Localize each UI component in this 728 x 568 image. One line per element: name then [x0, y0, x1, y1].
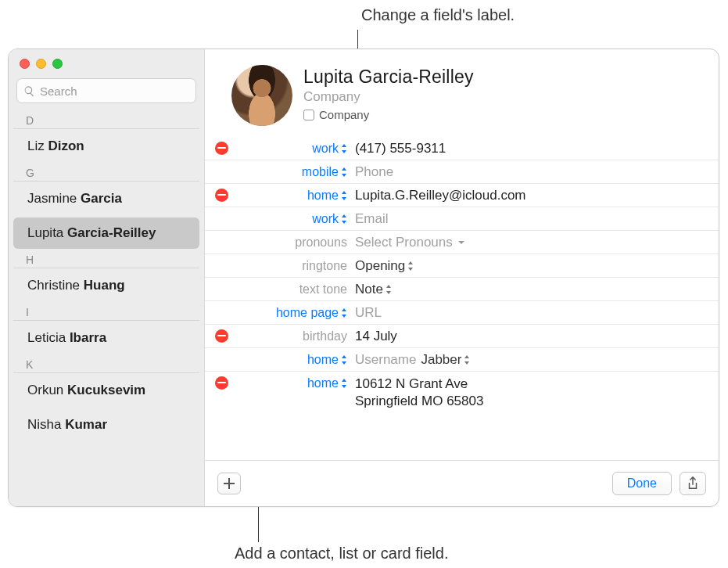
- label-text: home: [307, 376, 339, 390]
- label-selector-phone-mobile[interactable]: mobile: [238, 165, 355, 179]
- remove-button[interactable]: [215, 329, 228, 343]
- sort-arrows-icon: [341, 144, 347, 153]
- remove-button[interactable]: [215, 189, 228, 202]
- contact-last-name: Garcia-Reilley: [67, 225, 156, 240]
- im-service-selector[interactable]: Jabber: [421, 352, 470, 368]
- label-text: home: [307, 189, 339, 203]
- sort-arrows-icon: [407, 261, 414, 271]
- contact-item-liz-dizon[interactable]: Liz Dizon: [13, 131, 199, 162]
- email-work-value[interactable]: Email: [355, 211, 719, 227]
- company-checkbox-row[interactable]: Company: [303, 108, 474, 121]
- row-email-home: home Lupita.G.Reilley@icloud.com: [205, 184, 719, 207]
- im-value[interactable]: Username Jabber: [355, 352, 719, 368]
- row-address: home 10612 N Grant Ave Springfield MO 65…: [205, 372, 719, 414]
- email-home-value[interactable]: Lupita.G.Reilley@icloud.com: [355, 188, 719, 203]
- callout-change-label: Change a field's label.: [361, 6, 515, 24]
- sort-arrows-icon: [464, 355, 470, 365]
- phone-mobile-value[interactable]: Phone: [355, 164, 719, 180]
- label-selector-address[interactable]: home: [238, 376, 355, 390]
- texttone-value: Note: [355, 282, 383, 297]
- chevron-down-icon: [457, 239, 465, 246]
- contact-first-name: Jasmine: [27, 191, 77, 206]
- contact-item-nisha-kumar[interactable]: Nisha Kumar: [13, 409, 199, 440]
- contact-item-leticia-ibarra[interactable]: Leticia Ibarra: [13, 322, 199, 354]
- sort-arrows-icon: [341, 191, 347, 200]
- row-im: home Username Jabber: [205, 348, 719, 372]
- row-phone-work: work (417) 555-9311: [205, 137, 719, 160]
- im-service-value: Jabber: [421, 352, 461, 368]
- row-email-work: work Email: [205, 207, 719, 231]
- detail-toolbar: Done: [205, 460, 719, 506]
- label-text: home page: [276, 306, 339, 320]
- contact-item-orkun-kucuksevim[interactable]: Orkun Kucuksevim: [13, 375, 199, 406]
- sort-arrows-icon: [341, 214, 347, 224]
- done-button[interactable]: Done: [612, 472, 672, 495]
- pronouns-selector[interactable]: Select Pronouns: [355, 235, 719, 250]
- label-selector-email-home[interactable]: home: [238, 189, 355, 203]
- contact-first-name: Liz: [27, 138, 45, 153]
- contact-first-name: Leticia: [27, 330, 66, 345]
- sort-arrows-icon: [341, 308, 347, 318]
- section-header-d: D: [13, 111, 199, 129]
- label-text: text tone: [299, 282, 347, 297]
- sort-arrows-icon: [386, 285, 392, 294]
- address-value[interactable]: 10612 N Grant Ave Springfield MO 65803: [355, 376, 719, 409]
- contact-item-jasmine-garcia[interactable]: Jasmine Garcia: [13, 183, 199, 214]
- remove-button[interactable]: [215, 142, 228, 155]
- add-button[interactable]: [217, 473, 241, 494]
- label-text: birthday: [303, 329, 347, 343]
- callout-add-field: Add a contact, list or card field.: [235, 545, 448, 563]
- company-checkbox-label: Company: [319, 108, 369, 121]
- label-ringtone: ringtone: [238, 259, 355, 273]
- homepage-value[interactable]: URL: [355, 305, 719, 321]
- label-selector-email-work[interactable]: work: [238, 212, 355, 226]
- sidebar: D Liz Dizon G Jasmine Garcia Lupita Garc…: [9, 49, 205, 506]
- contact-item-christine-huang[interactable]: Christine Huang: [13, 270, 199, 301]
- company-checkbox[interactable]: [303, 110, 314, 120]
- fields-list: work (417) 555-9311 mobile Phone home: [205, 137, 719, 460]
- row-homepage: home page URL: [205, 301, 719, 325]
- share-icon: [687, 476, 699, 491]
- minimize-window-button[interactable]: [36, 59, 46, 69]
- company-field[interactable]: Company: [303, 89, 474, 105]
- contact-last-name: Huang: [84, 278, 125, 293]
- label-text: work: [312, 212, 339, 226]
- plus-icon: [224, 478, 235, 489]
- contact-item-lupita-garcia-reilley[interactable]: Lupita Garcia-Reilley: [13, 217, 199, 249]
- label-text: mobile: [302, 165, 339, 179]
- search-input[interactable]: [40, 84, 189, 98]
- search-field[interactable]: [16, 78, 196, 103]
- remove-button[interactable]: [215, 376, 228, 390]
- section-header-i: I: [13, 303, 199, 321]
- share-button[interactable]: [680, 472, 706, 495]
- label-texttone: text tone: [238, 282, 355, 297]
- phone-work-value[interactable]: (417) 555-9311: [355, 141, 719, 156]
- row-texttone: text tone Note: [205, 278, 719, 301]
- contact-name-field[interactable]: Lupita Garcia-Reilley: [303, 67, 474, 88]
- sort-arrows-icon: [341, 167, 347, 177]
- contact-last-name: Kumar: [65, 417, 107, 432]
- label-selector-im[interactable]: home: [238, 353, 355, 367]
- row-phone-mobile: mobile Phone: [205, 160, 719, 184]
- search-icon: [23, 85, 35, 97]
- callout-leader-line-bottom: [258, 506, 259, 542]
- sort-arrows-icon: [341, 355, 347, 365]
- ringtone-selector[interactable]: Opening: [355, 258, 719, 274]
- sort-arrows-icon: [341, 379, 347, 388]
- avatar[interactable]: [231, 65, 292, 126]
- label-text: home: [307, 353, 339, 367]
- zoom-window-button[interactable]: [52, 59, 63, 69]
- label-selector-phone-work[interactable]: work: [238, 142, 355, 156]
- name-block: Lupita Garcia-Reilley Company Company: [303, 65, 474, 126]
- label-text: pronouns: [295, 235, 347, 250]
- texttone-selector[interactable]: Note: [355, 282, 719, 297]
- label-selector-homepage[interactable]: home page: [238, 306, 355, 320]
- close-window-button[interactable]: [20, 59, 30, 69]
- contact-last-name: Garcia: [81, 191, 122, 206]
- contact-first-name: Nisha: [27, 417, 61, 432]
- section-header-g: G: [13, 164, 199, 182]
- birthday-value[interactable]: 14 July: [355, 329, 719, 344]
- contact-last-name: Dizon: [48, 138, 84, 153]
- label-pronouns: pronouns: [238, 235, 355, 250]
- contact-first-name: Lupita: [27, 225, 63, 240]
